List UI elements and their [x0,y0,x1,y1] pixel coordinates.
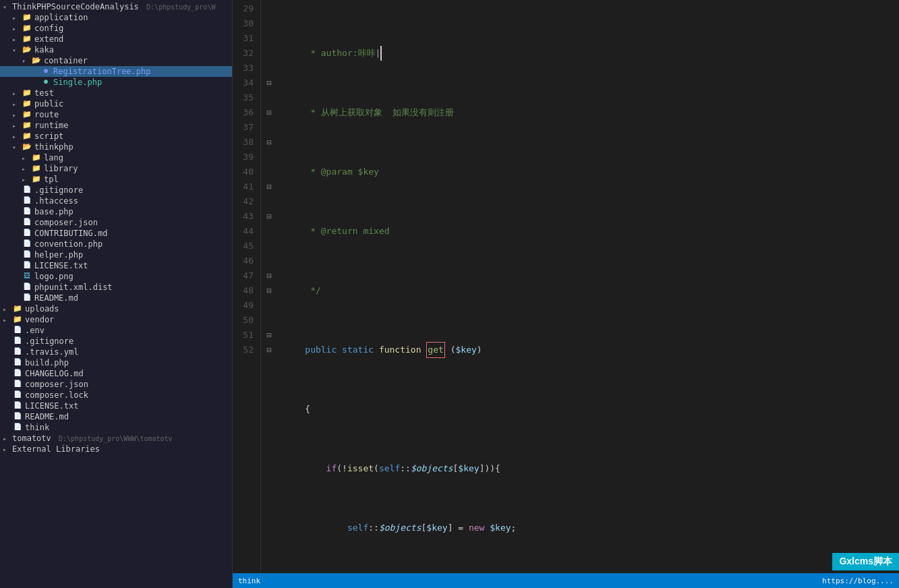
arrow-icon [12,111,22,119]
sidebar-item-gitignore1[interactable]: 📄 .gitignore [0,185,232,196]
sidebar-item-public[interactable]: public [0,98,232,109]
code-line-30: * 从树上获取对象 如果没有则注册 [284,105,899,120]
arrow-icon [12,100,22,108]
json-icon: 📄 [12,390,23,400]
code-line-33: */ [284,283,899,298]
bottom-left: think [238,577,260,585]
file-icon: 📄 [12,423,23,432]
code-line-32: * @return mixed [284,224,899,239]
item-label: uploads [25,304,59,314]
sidebar-item-env[interactable]: 📄 .env [0,325,232,336]
item-label: tomatotv D:\phpstudy_pro\WWW\tomatotv [12,434,173,443]
arrow-icon [12,47,22,54]
sidebar-item-route[interactable]: route [0,109,232,120]
item-label: public [34,99,63,109]
sidebar-item-kaka[interactable]: kaka [0,45,232,55]
sidebar-item-external-libraries[interactable]: External Libraries [0,444,232,454]
php-icon: ● [40,67,51,76]
bottom-url: https://blog.... [822,577,894,585]
file-icon: 📄 [12,336,23,346]
folder-icon [22,24,32,33]
sidebar-root-label: ThinkPHPSourceCodeAnalysis D:\phpstudy_p… [12,2,215,11]
sidebar-item-single[interactable]: ● Single.php [0,77,232,88]
sidebar-item-tpl[interactable]: tpl [0,174,232,185]
sidebar-item-buildphp[interactable]: 📄 build.php [0,357,232,368]
item-label: kaka [34,45,54,55]
sidebar-item-vendor[interactable]: vendor [0,314,232,325]
php-icon: 📄 [22,239,32,249]
sidebar-item-container[interactable]: container [0,55,232,66]
sidebar-item-license2[interactable]: 📄 LICENSE.txt [0,401,232,411]
item-label: convention.php [34,239,103,249]
arrow-icon [12,144,22,151]
sidebar-item-runtime[interactable]: runtime [0,120,232,131]
sidebar-item-contributing[interactable]: 📄 CONTRIBUTING.md [0,228,232,239]
php-icon: 📄 [12,358,23,368]
folder-icon [12,304,23,314]
item-label: logo.png [34,272,74,281]
sidebar-item-readme1[interactable]: 📄 README.md [0,293,232,303]
folder-icon [31,153,42,163]
editor: 29 30 31 32 33 34 35 36 37 38 39 40 41 4… [233,0,899,588]
sidebar-item-config[interactable]: config [0,23,232,34]
item-label: LICENSE.txt [25,401,78,411]
item-label: phpunit.xml.dist [34,283,113,292]
folder-open-icon [22,45,32,55]
arrow-icon [22,57,31,65]
sidebar-item-gitignore2[interactable]: 📄 .gitignore [0,336,232,347]
arrow-icon [22,154,31,162]
sidebar-item-library[interactable]: library [0,163,232,174]
sidebar-item-test[interactable]: test [0,88,232,98]
code-line-29: * author:咔咔| [284,46,899,61]
sidebar-item-think[interactable]: 📄 think [0,422,232,433]
item-label: .gitignore [25,336,74,346]
sidebar-item-tomatotv[interactable]: tomatotv D:\phpstudy_pro\WWW\tomatotv [0,433,232,444]
item-label: CONTRIBUTING.md [34,229,107,238]
code-area[interactable]: 29 30 31 32 33 34 35 36 37 38 39 40 41 4… [233,0,899,588]
sidebar-item-thinkphp[interactable]: thinkphp [0,142,232,152]
md-icon: 📄 [22,293,32,303]
folder-icon [31,164,42,173]
sidebar-item-travis[interactable]: 📄 .travis.yml [0,347,232,357]
sidebar-item-phpunit[interactable]: 📄 phpunit.xml.dist [0,282,232,293]
sidebar-item-application[interactable]: application [0,12,232,23]
php-icon: 📄 [22,207,32,216]
sidebar-item-readme2[interactable]: 📄 README.md [0,411,232,422]
sidebar-item-basephp[interactable]: 📄 base.php [0,206,232,217]
item-label: lang [44,153,63,163]
gutter: ⊟ ⊟ ⊟ ⊟ ⊟ ⊟ ⊟ ⊟ ⊟ [261,0,277,588]
sidebar-root-item[interactable]: ThinkPHPSourceCodeAnalysis D:\phpstudy_p… [0,1,232,12]
sidebar-item-license1[interactable]: 📄 LICENSE.txt [0,260,232,271]
sidebar-item-registrationtree[interactable]: ● RegistrationTree.php [0,66,232,77]
sidebar-item-composerjson1[interactable]: 📄 composer.json [0,217,232,228]
line-numbers: 29 30 31 32 33 34 35 36 37 38 39 40 41 4… [233,0,261,588]
sidebar-item-logo[interactable]: 🖼 logo.png [0,271,232,282]
sidebar-item-helperphp[interactable]: 📄 helper.php [0,249,232,260]
sidebar-item-extend[interactable]: extend [0,34,232,45]
xml-icon: 📄 [22,283,32,292]
item-label: .travis.yml [25,347,78,357]
sidebar-item-composerjson2[interactable]: 📄 composer.json [0,379,232,390]
code-content[interactable]: * author:咔咔| * 从树上获取对象 如果没有则注册 * @param … [277,0,899,588]
code-line-36: if(!isset(self::$objects[$key])){ [284,461,899,476]
file-icon: 📄 [22,261,32,270]
folder-icon [22,110,32,119]
sidebar-item-htaccess[interactable]: 📄 .htaccess [0,196,232,206]
folder-icon [22,88,32,98]
sidebar-item-changelog[interactable]: 📄 CHANGELOG.md [0,368,232,379]
item-label: README.md [25,412,69,421]
sidebar-item-conventionphp[interactable]: 📄 convention.php [0,239,232,249]
sidebar-item-lang[interactable]: lang [0,152,232,163]
item-label: script [34,131,63,141]
item-label: base.php [34,207,74,216]
sidebar-item-script[interactable]: script [0,131,232,142]
arrow-icon [12,14,22,22]
folder-icon [22,99,32,109]
item-label: composer.lock [25,390,88,400]
img-icon: 🖼 [22,272,32,281]
sidebar-item-uploads[interactable]: uploads [0,303,232,314]
yml-icon: 📄 [12,347,23,357]
sidebar-item-composerlock[interactable]: 📄 composer.lock [0,390,232,401]
arrow-icon [3,305,12,313]
item-label: .gitignore [34,185,83,195]
